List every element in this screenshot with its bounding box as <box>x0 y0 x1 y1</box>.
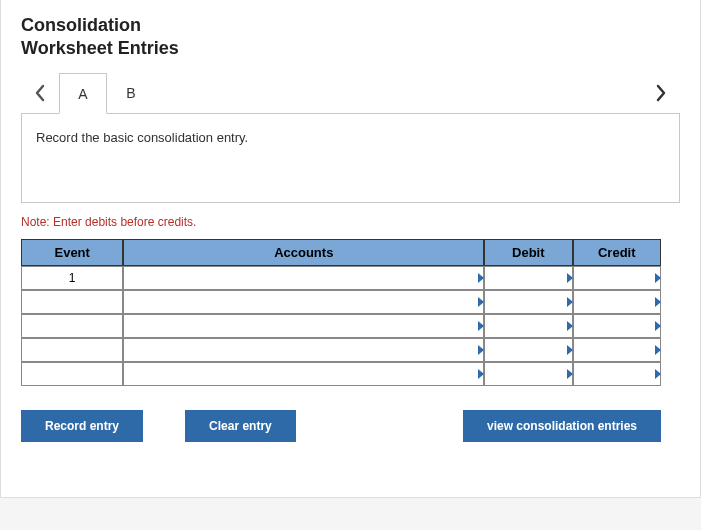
tab-b[interactable]: B <box>107 73 155 113</box>
title-line-2: Worksheet Entries <box>21 38 179 58</box>
accounts-cell[interactable] <box>123 266 484 290</box>
debit-cell[interactable] <box>484 314 572 338</box>
page-title: Consolidation Worksheet Entries <box>21 14 680 59</box>
prev-chevron-icon[interactable] <box>21 73 59 113</box>
dropdown-icon <box>655 345 661 355</box>
dropdown-icon <box>655 297 661 307</box>
table-row <box>21 290 661 314</box>
view-consolidation-entries-button[interactable]: view consolidation entries <box>463 410 661 442</box>
accounts-cell[interactable] <box>123 290 484 314</box>
dropdown-icon <box>655 273 661 283</box>
table-row <box>21 362 661 386</box>
col-header-event: Event <box>21 239 123 266</box>
title-line-1: Consolidation <box>21 15 141 35</box>
tab-a[interactable]: A <box>59 73 107 114</box>
journal-entry-table: Event Accounts Debit Credit 1 <box>21 239 661 386</box>
instruction-text: Record the basic consolidation entry. <box>36 130 248 145</box>
worksheet-panel: Consolidation Worksheet Entries A B Reco… <box>0 0 701 498</box>
debit-cell[interactable] <box>484 362 572 386</box>
record-entry-button[interactable]: Record entry <box>21 410 143 442</box>
col-header-accounts: Accounts <box>123 239 484 266</box>
credit-cell[interactable] <box>573 362 661 386</box>
dropdown-icon <box>655 321 661 331</box>
col-header-credit: Credit <box>573 239 661 266</box>
table-row <box>21 338 661 362</box>
table-row <box>21 314 661 338</box>
next-chevron-icon[interactable] <box>642 73 680 113</box>
debit-cell[interactable] <box>484 290 572 314</box>
event-cell <box>21 338 123 362</box>
dropdown-icon <box>655 369 661 379</box>
accounts-cell[interactable] <box>123 338 484 362</box>
tabs: A B <box>59 73 155 113</box>
instruction-box: Record the basic consolidation entry. <box>21 113 680 203</box>
credit-cell[interactable] <box>573 338 661 362</box>
accounts-cell[interactable] <box>123 314 484 338</box>
tab-nav-row: A B <box>21 73 680 113</box>
credit-cell[interactable] <box>573 314 661 338</box>
clear-entry-button[interactable]: Clear entry <box>185 410 296 442</box>
col-header-debit: Debit <box>484 239 572 266</box>
event-cell: 1 <box>21 266 123 290</box>
credit-cell[interactable] <box>573 290 661 314</box>
note-text: Note: Enter debits before credits. <box>21 215 680 229</box>
actions-left: Record entry Clear entry <box>21 410 296 442</box>
credit-cell[interactable] <box>573 266 661 290</box>
event-cell <box>21 290 123 314</box>
event-cell <box>21 314 123 338</box>
nav-left: A B <box>21 73 155 113</box>
actions-row: Record entry Clear entry view consolidat… <box>21 410 661 442</box>
table-row: 1 <box>21 266 661 290</box>
debit-cell[interactable] <box>484 338 572 362</box>
debit-cell[interactable] <box>484 266 572 290</box>
event-cell <box>21 362 123 386</box>
accounts-cell[interactable] <box>123 362 484 386</box>
